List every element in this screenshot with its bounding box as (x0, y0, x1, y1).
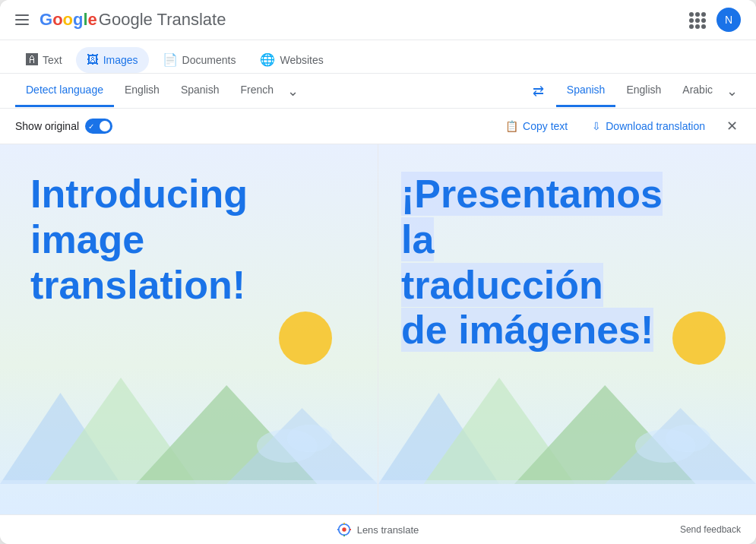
target-lang-english[interactable]: English (615, 74, 672, 107)
source-lang-bar: Detect language English Spanish French ⌄ (15, 74, 520, 107)
mountain-decoration-original (0, 347, 378, 514)
avatar[interactable]: N (716, 8, 741, 32)
source-lang-spanish[interactable]: Spanish (170, 74, 230, 107)
mountain-decoration-translated (378, 347, 756, 514)
images-tab-icon: 🖼 (87, 53, 99, 67)
menu-icon[interactable] (15, 14, 29, 25)
download-translation-button[interactable]: ⇩ Download translation (586, 117, 711, 135)
tab-websites[interactable]: 🌐 Websites (249, 46, 334, 73)
documents-tab-icon: 📄 (163, 52, 178, 67)
translated-headline: ¡Presentamos la traducción de imágenes! (401, 172, 690, 353)
check-icon: ✓ (88, 122, 94, 131)
original-illustration: Introducingimagetranslation! (0, 144, 378, 514)
source-lang-english[interactable]: English (114, 74, 170, 107)
download-icon: ⇩ (592, 120, 601, 132)
target-lang-spanish[interactable]: Spanish (556, 74, 616, 107)
image-panels: Introducingimagetranslation! (0, 144, 756, 514)
swap-languages-icon[interactable]: ⇄ (520, 83, 556, 100)
controls-bar: Show original ✓ 📋 Copy text ⇩ Download t… (0, 109, 756, 144)
tab-documents[interactable]: 📄 Documents (152, 46, 247, 73)
header-right: N (689, 8, 741, 32)
target-lang-arabic[interactable]: Arabic (672, 74, 723, 107)
tab-text[interactable]: 🅰 Text (15, 47, 73, 73)
original-panel: Introducingimagetranslation! (0, 144, 378, 514)
lens-translate-label: Lens translate (357, 524, 419, 536)
google-translate-logo: Google Google Translate (40, 10, 226, 30)
tabs-row: 🅰 Text 🖼 Images 📄 Documents 🌐 Websites (0, 40, 756, 74)
close-button[interactable]: ✕ (723, 115, 741, 138)
text-tab-icon: 🅰 (26, 53, 38, 67)
translated-illustration: ¡Presentamos la traducción de imágenes! (378, 144, 756, 514)
show-original-control: Show original ✓ (15, 119, 112, 134)
source-lang-detect[interactable]: Detect language (15, 74, 114, 107)
translated-panel: ¡Presentamos la traducción de imágenes! (378, 144, 756, 514)
target-lang-chevron-icon[interactable]: ⌄ (723, 83, 741, 100)
feedback-link[interactable]: Send feedback (680, 524, 741, 535)
browser-window: Google Google Translate N 🅰 Text 🖼 Image… (0, 0, 756, 544)
target-lang-bar: Spanish English Arabic ⌄ (556, 74, 741, 107)
source-lang-chevron-icon[interactable]: ⌄ (284, 83, 302, 100)
svg-rect-11 (378, 480, 756, 514)
svg-point-15 (342, 527, 346, 531)
copy-icon: 📋 (505, 120, 518, 132)
bottom-bar: Lens translate Send feedback (0, 514, 756, 544)
copy-text-button[interactable]: 📋 Copy text (499, 117, 574, 135)
language-bar: Detect language English Spanish French ⌄… (0, 74, 756, 109)
svg-point-6 (287, 425, 333, 452)
lens-icon (337, 523, 351, 536)
source-lang-french[interactable]: French (229, 74, 284, 107)
websites-tab-icon: 🌐 (260, 52, 275, 67)
svg-rect-4 (0, 480, 378, 514)
tab-images[interactable]: 🖼 Images (76, 47, 149, 73)
original-headline: Introducingimagetranslation! (30, 172, 248, 308)
svg-point-13 (666, 425, 711, 452)
show-original-toggle[interactable]: ✓ (85, 119, 112, 134)
header: Google Google Translate N (0, 0, 756, 40)
apps-icon[interactable] (689, 12, 704, 27)
header-left: Google Google Translate (15, 10, 226, 30)
show-original-label: Show original (15, 120, 79, 132)
